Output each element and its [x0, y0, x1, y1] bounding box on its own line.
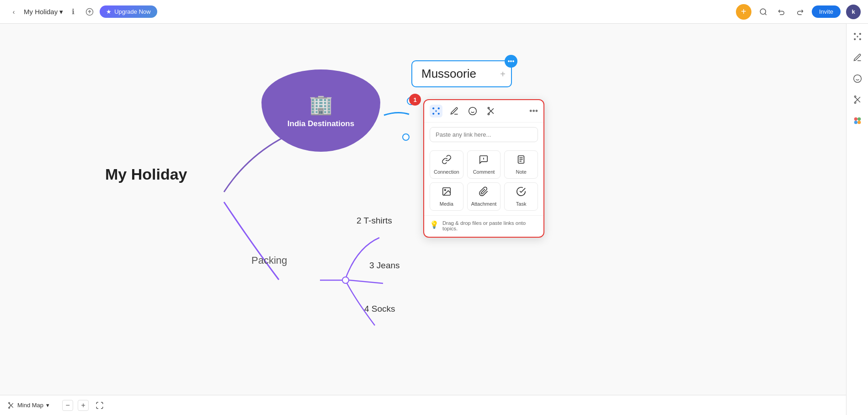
topbar: ‹ My Holiday ▾ ℹ ★ Upgrade Now + Invite … [0, 0, 868, 24]
notification-badge: 1 [409, 94, 421, 106]
avatar[interactable]: k [846, 5, 861, 19]
svg-point-37 [857, 121, 861, 124]
topbar-right: + Invite k [736, 4, 861, 20]
sidebar-color-icon[interactable] [850, 113, 865, 128]
tshirt-node[interactable]: 2 T-shirts [357, 216, 392, 226]
attachment-icon [479, 186, 489, 199]
comment-action-button[interactable]: Comment [467, 150, 501, 179]
svg-point-35 [857, 117, 861, 121]
note-action-button[interactable]: Note [504, 150, 538, 179]
media-label: Media [440, 201, 453, 207]
svg-point-24 [854, 38, 856, 40]
search-button[interactable] [757, 5, 770, 18]
svg-point-25 [859, 38, 861, 40]
map-type-label: Mind Map [17, 402, 43, 409]
svg-point-23 [859, 33, 861, 35]
svg-point-27 [853, 75, 861, 83]
hint-icon: 💡 [430, 220, 439, 229]
svg-point-6 [438, 113, 440, 115]
undo-button[interactable] [775, 5, 788, 18]
sidebar-connections-icon[interactable] [850, 29, 865, 44]
central-node[interactable]: My Holiday [105, 165, 187, 183]
svg-point-7 [435, 110, 437, 112]
packing-label: Packing [251, 255, 287, 266]
svg-point-26 [857, 36, 858, 37]
svg-point-4 [438, 107, 440, 109]
india-node-icon: 🏢 [309, 93, 333, 116]
mussoorie-container: Mussoorie + ••• [411, 60, 512, 87]
invite-button[interactable]: Invite [812, 5, 841, 18]
fullscreen-button[interactable] [93, 399, 106, 412]
paste-link-input[interactable] [430, 127, 538, 142]
comment-label: Comment [473, 169, 495, 175]
svg-point-3 [432, 107, 434, 109]
jeans-label: 3 Jeans [369, 261, 400, 270]
note-icon [516, 154, 526, 167]
task-label: Task [516, 201, 527, 207]
project-chevron-icon: ▾ [59, 8, 63, 16]
packing-connector-dot [342, 277, 349, 284]
info-button[interactable]: ℹ [67, 5, 80, 18]
mussoorie-add-icon[interactable]: + [500, 69, 506, 79]
redo-button[interactable] [793, 5, 806, 18]
attachment-label: Attachment [471, 201, 497, 207]
sidebar-style-icon[interactable] [850, 50, 865, 65]
svg-point-5 [432, 113, 434, 115]
svg-point-1 [760, 9, 766, 14]
mussoorie-node[interactable]: Mussoorie + ••• [411, 60, 512, 87]
sidebar-emoji-icon[interactable] [850, 71, 865, 86]
attachment-action-button[interactable]: Attachment [467, 182, 501, 211]
back-button[interactable]: ‹ [7, 5, 20, 18]
task-action-button[interactable]: Task [504, 182, 538, 211]
upgrade-star-icon: ★ [106, 8, 112, 15]
socks-node[interactable]: 4 Socks [364, 304, 395, 314]
svg-point-8 [469, 107, 477, 115]
connections-tool-button[interactable] [430, 105, 442, 117]
media-action-button[interactable]: Media [430, 182, 463, 211]
right-sidebar [846, 24, 868, 415]
comment-icon [479, 154, 489, 167]
style-tool-button[interactable] [448, 105, 461, 117]
svg-point-36 [854, 121, 857, 124]
map-type-selector[interactable]: Mind Map ▾ [7, 402, 49, 409]
project-name-label: My Holiday [24, 8, 58, 16]
upgrade-label: Upgrade Now [114, 8, 151, 15]
india-destinations-node[interactable]: 🏢 India Destinations [261, 69, 380, 152]
jeans-node[interactable]: 3 Jeans [369, 261, 400, 271]
project-name[interactable]: My Holiday ▾ [24, 8, 63, 16]
packing-node[interactable]: Packing [251, 255, 287, 266]
zoom-controls: − + [62, 399, 106, 412]
popup-hint: 💡 Drag & drop files or paste links onto … [424, 215, 543, 237]
popup-more-button[interactable]: ••• [529, 106, 538, 116]
svg-point-34 [854, 117, 857, 121]
connection-icon [442, 154, 452, 167]
upload-button[interactable] [83, 5, 96, 18]
canvas: My Holiday 🏢 India Destinations Mussoori… [0, 24, 868, 415]
connection-action-button[interactable]: Connection [430, 150, 463, 179]
upgrade-button[interactable]: ★ Upgrade Now [100, 5, 157, 18]
central-node-label: My Holiday [105, 165, 187, 183]
socks-label: 4 Socks [364, 304, 395, 314]
note-label: Note [516, 169, 527, 175]
media-icon [442, 186, 452, 199]
topbar-left: ‹ My Holiday ▾ ℹ ★ Upgrade Now [7, 5, 732, 18]
add-button[interactable]: + [736, 4, 751, 20]
india-node-label: India Destinations [288, 119, 354, 128]
map-type-chevron: ▾ [46, 402, 49, 409]
india-connection-dot [402, 133, 410, 141]
popup-actions-grid: Connection Comment Note Me [424, 147, 543, 214]
zoom-in-button[interactable]: + [78, 400, 89, 411]
bottombar: Mind Map ▾ − + [0, 395, 846, 415]
sidebar-cut-icon[interactable] [850, 92, 865, 107]
cut-tool-button[interactable] [485, 105, 497, 117]
task-icon [516, 186, 526, 199]
connection-label: Connection [434, 169, 459, 175]
svg-point-21 [444, 189, 446, 191]
popup-toolbar: ••• [424, 100, 543, 122]
tshirt-label: 2 T-shirts [357, 216, 392, 225]
mussoorie-options-button[interactable]: ••• [505, 55, 517, 68]
zoom-out-button[interactable]: − [62, 400, 73, 411]
hint-text: Drag & drop files or paste links onto to… [442, 220, 538, 231]
emoji-tool-button[interactable] [466, 105, 479, 117]
svg-point-22 [854, 33, 856, 35]
